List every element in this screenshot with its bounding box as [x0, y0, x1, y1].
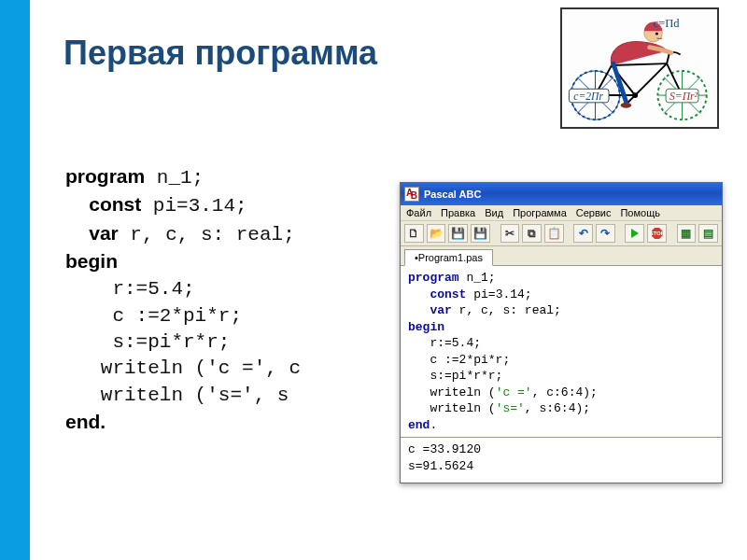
code-line: s:=pi*r*r;	[65, 329, 301, 356]
output-panel: c =33.9120 s=91.5624	[401, 438, 722, 482]
paste-icon[interactable]: 📋	[544, 224, 564, 243]
svg-point-28	[621, 103, 632, 108]
page-title: Первая программа	[63, 34, 377, 73]
output-line: s=91.5624	[408, 458, 714, 475]
code-line: writeln ('c =', c	[65, 356, 301, 382]
open-folder-icon[interactable]: 📂	[427, 224, 446, 243]
copy-icon[interactable]: ⧉	[522, 224, 542, 243]
pascal-abc-window: Pascal ABC Файл Правка Вид Программа Сер…	[400, 182, 723, 483]
code-line: writeln ('s=', s	[65, 383, 301, 409]
menu-bar: Файл Правка Вид Программа Сервис Помощь	[401, 205, 722, 221]
menu-edit[interactable]: Правка	[441, 207, 475, 218]
svg-line-23	[612, 63, 667, 65]
menu-service[interactable]: Сервис	[576, 207, 612, 218]
kw-end: end.	[65, 411, 106, 432]
window-title: Pascal ABC	[424, 189, 481, 200]
kw-const: const	[89, 193, 141, 215]
new-file-icon[interactable]: 🗋	[404, 224, 424, 243]
editor-tab[interactable]: •Program1.pas	[404, 249, 493, 266]
menu-file[interactable]: Файл	[406, 207, 431, 218]
window-titlebar[interactable]: Pascal ABC	[401, 183, 722, 205]
cyclist-illustration: c=Пd c=2Пr S=Пr²	[560, 7, 719, 129]
toolbar: 🗋 📂 💾 💾 ✂ ⧉ 📋 ↶ ↷ STOP ▦ ▤	[401, 221, 722, 246]
kw-var: var	[89, 222, 119, 244]
module-icon[interactable]: ▦	[677, 224, 697, 243]
formula-c-pd: c=Пd	[654, 17, 681, 30]
run-icon[interactable]	[625, 224, 644, 243]
redo-icon[interactable]: ↷	[596, 224, 615, 243]
kw-begin: begin	[65, 250, 118, 272]
app-icon	[404, 187, 419, 202]
cut-icon[interactable]: ✂	[500, 224, 520, 243]
pascal-code-block: program n_1; const pi=3.14; var r, c, s:…	[65, 163, 301, 437]
undo-icon[interactable]: ↶	[573, 224, 593, 243]
code-line: r:=5.4;	[65, 276, 301, 302]
output-line: c =33.9120	[408, 441, 714, 458]
save-all-icon[interactable]: 💾	[471, 224, 490, 243]
menu-program[interactable]: Программа	[513, 207, 567, 218]
menu-view[interactable]: Вид	[485, 207, 503, 218]
formula-c-2pr: c=2Пr	[573, 91, 603, 103]
menu-help[interactable]: Помощь	[620, 207, 660, 218]
svg-point-30	[655, 33, 658, 35]
code-line: c :=2*pi*r;	[65, 303, 301, 329]
save-icon[interactable]: 💾	[448, 224, 468, 243]
left-accent-bar	[0, 0, 30, 560]
code-editor[interactable]: program n_1; const pi=3.14; var r, c, s:…	[401, 266, 722, 438]
form-icon[interactable]: ▤	[698, 224, 718, 243]
formula-s-pr2: S=Пr²	[669, 91, 698, 103]
kw-program: program	[65, 165, 145, 187]
svg-line-22	[635, 63, 667, 95]
stop-icon[interactable]: STOP	[647, 224, 667, 243]
editor-tab-bar: •Program1.pas	[401, 246, 722, 266]
